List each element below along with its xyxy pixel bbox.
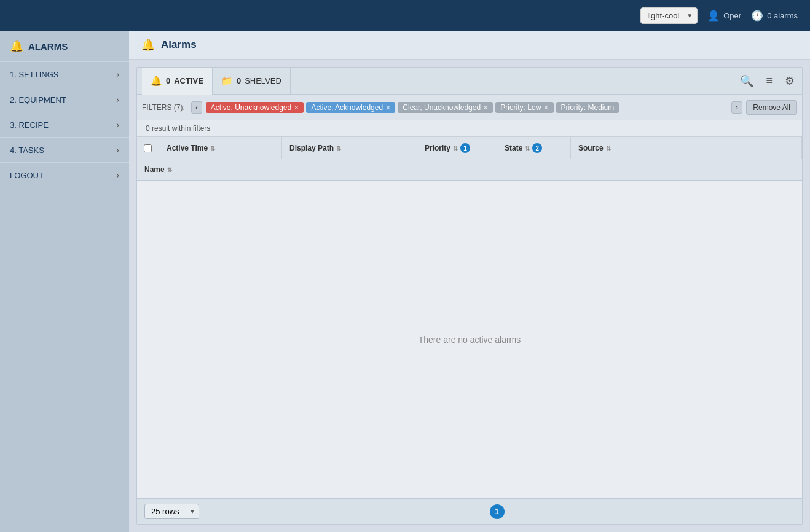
sidebar-item-logout[interactable]: LOGOUT › [0, 162, 129, 187]
top-navbar: light-cool light dark ▼ 👤 Oper 🕐 0 alarm… [0, 0, 810, 31]
filter-tag-clear-unacked-text: Clear, Unacknowledged [403, 103, 481, 112]
sidebar-equipment-label: 2. EQUIPMENT [10, 95, 66, 104]
alarms-panel: 🔔 0 ACTIVE 📁 0 SHELVED 🔍 ≡ ⚙ FILTERS (7)… [136, 67, 803, 525]
th-source[interactable]: Source ⇅ [571, 137, 802, 159]
active-tab-count: 0 [166, 76, 170, 85]
th-display-path[interactable]: Display Path ⇅ [282, 137, 417, 159]
filter-prev-button[interactable]: ‹ [191, 101, 202, 114]
sidebar-logout-chevron-icon: › [116, 170, 119, 180]
page-header: 🔔 Alarms [129, 31, 810, 60]
filter-next-button[interactable]: › [731, 101, 742, 114]
theme-dropdown[interactable]: light-cool light dark [640, 7, 698, 24]
th-active-time-label: Active Time [167, 144, 208, 152]
remove-active-unacked-button[interactable]: × [294, 103, 299, 112]
tab-shelved[interactable]: 📁 0 SHELVED [213, 68, 291, 95]
sidebar-equipment-chevron-icon: › [116, 95, 119, 104]
sidebar-tasks-label: 4. TASKS [10, 146, 44, 155]
th-display-path-sort-icon: ⇅ [336, 145, 341, 152]
th-priority-label: Priority [425, 144, 450, 152]
th-source-sort-icon: ⇅ [606, 145, 611, 152]
result-count: 0 result within filters [137, 120, 802, 137]
select-all-checkbox[interactable] [144, 144, 152, 152]
alarms-count-label: 0 alarms [767, 11, 798, 20]
empty-message: There are no active alarms [419, 335, 521, 345]
th-priority[interactable]: Priority ⇅ 1 [417, 137, 497, 159]
rows-select-dropdown[interactable]: 25 rows 50 rows 100 rows [144, 504, 199, 519]
sidebar-alarm-icon: 🔔 [10, 39, 23, 53]
table-header: Active Time ⇅ Display Path ⇅ Priority ⇅ … [137, 137, 802, 181]
sidebar-item-recipe[interactable]: 3. RECIPE › [0, 112, 129, 137]
filter-tag-priority-medium: Priority: Medium [556, 102, 619, 113]
result-count-text: 0 result within filters [146, 124, 210, 133]
main-content: 🔔 Alarms 🔔 0 ACTIVE 📁 0 SHELVED 🔍 [129, 31, 810, 532]
tab-actions: 🔍 ≡ ⚙ [737, 72, 797, 90]
active-tab-bell-icon: 🔔 [151, 76, 162, 87]
search-button[interactable]: 🔍 [737, 72, 756, 90]
sidebar-item-equipment[interactable]: 2. EQUIPMENT › [0, 87, 129, 112]
filter-tags-container: Active, Unacknowledged × Active, Acknowl… [206, 102, 728, 113]
shelved-tab-icon: 📁 [221, 76, 233, 87]
sidebar-item-settings[interactable]: 1. SETTINGS › [0, 61, 129, 87]
filter-tag-priority-low-text: Priority: Low [500, 103, 541, 112]
filter-tag-active-unacked-text: Active, Unacknowledged [211, 103, 291, 112]
sidebar-settings-label: 1. SETTINGS [10, 70, 58, 79]
user-info: 👤 Oper [707, 10, 741, 22]
filter-label: FILTERS (7): [142, 103, 185, 112]
sidebar: 🔔 ALARMS 1. SETTINGS › 2. EQUIPMENT › 3.… [0, 31, 129, 532]
shelved-tab-count: 0 [237, 76, 241, 85]
pagination-page-badge: 1 [490, 504, 505, 519]
th-priority-badge: 1 [460, 143, 470, 153]
filter-bar: FILTERS (7): ‹ Active, Unacknowledged × … [137, 95, 802, 120]
page-alarm-icon: 🔔 [141, 38, 155, 52]
remove-active-acked-button[interactable]: × [385, 103, 390, 112]
username-label: Oper [723, 11, 741, 20]
table-footer: 25 rows 50 rows 100 rows ▼ 1 [137, 498, 802, 524]
th-name[interactable]: Name ⇅ [137, 159, 159, 180]
table-body-empty: There are no active alarms [137, 181, 802, 498]
th-state-badge: 2 [532, 143, 542, 153]
filter-tag-priority-low: Priority: Low × [495, 102, 553, 113]
remove-all-filters-button[interactable]: Remove All [746, 100, 797, 115]
th-source-label: Source [578, 144, 604, 152]
settings-button[interactable]: ⚙ [782, 72, 797, 90]
filter-button[interactable]: ≡ [763, 72, 775, 90]
sidebar-settings-chevron-icon: › [116, 69, 119, 79]
th-display-path-label: Display Path [289, 144, 334, 152]
sidebar-recipe-label: 3. RECIPE [10, 120, 49, 130]
filter-tag-priority-medium-text: Priority: Medium [561, 103, 615, 112]
sidebar-title: ALARMS [28, 41, 68, 52]
tab-bar: 🔔 0 ACTIVE 📁 0 SHELVED 🔍 ≡ ⚙ [137, 68, 802, 95]
filter-tag-active-unacked: Active, Unacknowledged × [206, 102, 304, 113]
th-active-time-sort-icon: ⇅ [210, 145, 215, 152]
user-icon: 👤 [707, 10, 720, 22]
th-state-sort-icon: ⇅ [525, 145, 530, 152]
sidebar-logout-label: LOGOUT [10, 171, 44, 180]
filter-tag-active-acked: Active, Acknowledged × [306, 102, 395, 113]
remove-priority-low-button[interactable]: × [543, 103, 548, 112]
shelved-tab-label: SHELVED [245, 76, 281, 85]
th-name-sort-icon: ⇅ [167, 166, 172, 173]
filter-tag-active-acked-text: Active, Acknowledged [311, 103, 383, 112]
active-tab-label: ACTIVE [174, 76, 203, 85]
remove-clear-unacked-button[interactable]: × [483, 103, 488, 112]
tab-active[interactable]: 🔔 0 ACTIVE [142, 68, 213, 95]
sidebar-header: 🔔 ALARMS [0, 31, 129, 61]
rows-per-page-selector[interactable]: 25 rows 50 rows 100 rows ▼ [144, 504, 199, 519]
sidebar-tasks-chevron-icon: › [116, 145, 119, 155]
page-title: Alarms [161, 39, 197, 51]
theme-selector[interactable]: light-cool light dark ▼ [640, 7, 698, 24]
th-priority-sort-icon: ⇅ [453, 145, 458, 152]
th-active-time[interactable]: Active Time ⇅ [159, 137, 282, 159]
th-state[interactable]: State ⇅ 2 [497, 137, 571, 159]
alarms-count-display: 🕐 0 alarms [751, 10, 798, 22]
filter-tag-clear-unacked: Clear, Unacknowledged × [398, 102, 493, 113]
sidebar-recipe-chevron-icon: › [116, 120, 119, 130]
th-state-label: State [505, 144, 522, 152]
app-body: 🔔 ALARMS 1. SETTINGS › 2. EQUIPMENT › 3.… [0, 31, 810, 532]
select-all-checkbox-header[interactable] [137, 137, 159, 159]
th-name-label: Name [144, 165, 165, 174]
sidebar-item-tasks[interactable]: 4. TASKS › [0, 137, 129, 162]
clock-icon: 🕐 [751, 10, 763, 22]
